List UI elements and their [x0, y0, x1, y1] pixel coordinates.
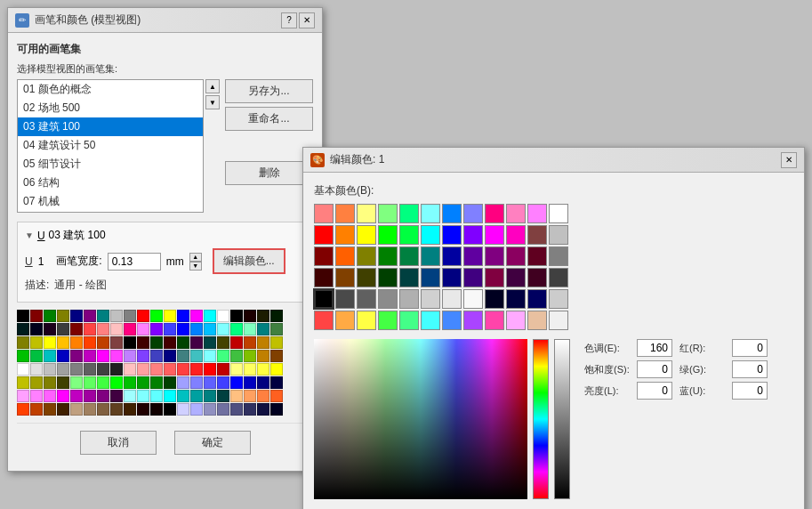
palette-color-cell[interactable]	[177, 350, 189, 362]
palette-color-cell[interactable]	[124, 336, 136, 349]
palette-color-cell[interactable]	[190, 403, 203, 416]
basic-color-cell[interactable]	[335, 225, 355, 245]
basic-color-cell[interactable]	[485, 225, 504, 245]
basic-color-cell[interactable]	[527, 289, 547, 309]
palette-color-cell[interactable]	[30, 310, 43, 322]
basic-color-cell[interactable]	[421, 289, 440, 309]
palette-color-cell[interactable]	[270, 390, 283, 402]
basic-color-cell[interactable]	[527, 225, 547, 245]
palette-color-cell[interactable]	[30, 350, 43, 362]
basic-color-cell[interactable]	[506, 204, 526, 223]
palette-color-cell[interactable]	[70, 350, 83, 362]
brush-list-item[interactable]: 06 结构	[18, 174, 203, 192]
basic-color-cell[interactable]	[463, 204, 483, 223]
palette-color-cell[interactable]	[244, 336, 256, 349]
basic-color-cell[interactable]	[357, 268, 376, 287]
palette-color-cell[interactable]	[30, 336, 43, 349]
palette-color-cell[interactable]	[124, 376, 136, 389]
basic-color-cell[interactable]	[442, 311, 462, 330]
palette-color-cell[interactable]	[244, 376, 256, 389]
palette-color-cell[interactable]	[204, 323, 216, 335]
palette-color-cell[interactable]	[244, 350, 256, 362]
palette-color-cell[interactable]	[84, 323, 96, 335]
palette-color-cell[interactable]	[17, 403, 29, 416]
palette-color-cell[interactable]	[137, 350, 149, 362]
save-as-button[interactable]: 另存为...	[225, 79, 313, 103]
edit-color-button[interactable]: 编辑颜色...	[213, 248, 285, 274]
basic-color-cell[interactable]	[442, 268, 462, 287]
basic-color-cell[interactable]	[399, 225, 419, 245]
palette-color-cell[interactable]	[44, 403, 56, 416]
palette-color-cell[interactable]	[150, 403, 163, 416]
palette-color-cell[interactable]	[44, 323, 56, 335]
palette-color-cell[interactable]	[217, 403, 229, 416]
palette-color-cell[interactable]	[84, 376, 96, 389]
palette-color-cell[interactable]	[70, 376, 83, 389]
basic-color-cell[interactable]	[442, 246, 462, 266]
palette-color-cell[interactable]	[84, 363, 96, 376]
palette-color-cell[interactable]	[230, 323, 243, 335]
palette-color-cell[interactable]	[257, 310, 269, 322]
basic-color-cell[interactable]	[527, 246, 547, 266]
basic-color-cell[interactable]	[421, 225, 440, 245]
palette-color-cell[interactable]	[124, 363, 136, 376]
basic-color-cell[interactable]	[527, 204, 547, 223]
palette-color-cell[interactable]	[270, 403, 283, 416]
basic-color-cell[interactable]	[506, 268, 526, 287]
basic-color-cell[interactable]	[506, 246, 526, 266]
palette-color-cell[interactable]	[110, 336, 123, 349]
palette-color-cell[interactable]	[204, 310, 216, 322]
basic-color-cell[interactable]	[378, 311, 398, 330]
brush-list-item[interactable]: 04 建筑设计 50	[18, 136, 203, 155]
palette-color-cell[interactable]	[137, 323, 149, 335]
palette-color-cell[interactable]	[57, 350, 69, 362]
palette-color-cell[interactable]	[270, 363, 283, 376]
palette-color-cell[interactable]	[217, 390, 229, 402]
basic-color-cell[interactable]	[485, 289, 504, 309]
close-button[interactable]: ✕	[299, 12, 315, 28]
hue-bar[interactable]	[533, 339, 549, 499]
basic-color-cell[interactable]	[463, 246, 483, 266]
palette-color-cell[interactable]	[17, 323, 29, 335]
stepper-down[interactable]: ▼	[189, 262, 202, 271]
basic-color-cell[interactable]	[421, 204, 440, 223]
red-input[interactable]	[732, 339, 768, 357]
palette-color-cell[interactable]	[97, 403, 109, 416]
palette-color-cell[interactable]	[204, 403, 216, 416]
palette-color-cell[interactable]	[70, 310, 83, 322]
palette-color-cell[interactable]	[70, 336, 83, 349]
basic-color-cell[interactable]	[399, 289, 419, 309]
basic-color-cell[interactable]	[527, 311, 547, 330]
basic-color-cell[interactable]	[549, 246, 568, 266]
basic-color-cell[interactable]	[335, 289, 355, 309]
palette-color-cell[interactable]	[217, 363, 229, 376]
palette-color-cell[interactable]	[137, 403, 149, 416]
palette-color-cell[interactable]	[17, 390, 29, 402]
basic-color-cell[interactable]	[357, 246, 376, 266]
basic-color-cell[interactable]	[314, 225, 334, 245]
basic-color-cell[interactable]	[335, 204, 355, 223]
basic-color-cell[interactable]	[549, 225, 568, 245]
palette-color-cell[interactable]	[110, 376, 123, 389]
basic-color-cell[interactable]	[357, 225, 376, 245]
palette-color-cell[interactable]	[244, 363, 256, 376]
palette-color-cell[interactable]	[150, 376, 163, 389]
brush-list-item[interactable]: 01 颜色的概念	[18, 80, 203, 99]
palette-color-cell[interactable]	[57, 323, 69, 335]
basic-color-cell[interactable]	[357, 204, 376, 223]
palette-color-cell[interactable]	[150, 363, 163, 376]
palette-color-cell[interactable]	[244, 390, 256, 402]
palette-color-cell[interactable]	[57, 376, 69, 389]
palette-color-cell[interactable]	[164, 310, 176, 322]
palette-color-cell[interactable]	[57, 363, 69, 376]
spectrum-canvas[interactable]	[314, 339, 527, 499]
palette-color-cell[interactable]	[217, 310, 229, 322]
palette-color-cell[interactable]	[137, 336, 149, 349]
palette-color-cell[interactable]	[44, 390, 56, 402]
scroll-up-arrow[interactable]: ▲	[205, 79, 220, 93]
palette-color-cell[interactable]	[137, 310, 149, 322]
palette-color-cell[interactable]	[30, 323, 43, 335]
palette-color-cell[interactable]	[30, 363, 43, 376]
sat-input[interactable]	[637, 360, 672, 378]
palette-color-cell[interactable]	[244, 310, 256, 322]
